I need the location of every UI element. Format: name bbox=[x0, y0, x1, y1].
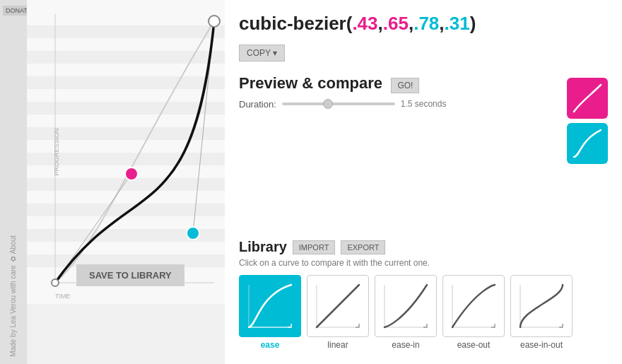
library-title: Library bbox=[239, 239, 287, 255]
graph-area: TIME PROGRESSION bbox=[27, 0, 225, 304]
formula-v2: .65 bbox=[383, 13, 409, 34]
svg-point-5 bbox=[187, 227, 199, 240]
curve-thumb-linear bbox=[307, 275, 369, 337]
sidebar: DONATE Made by Lea Verou with care ✿ Abo… bbox=[0, 0, 27, 364]
copy-button[interactable]: COPY ▾ bbox=[239, 45, 285, 61]
preview-section: Preview & compare GO! Duration: 1.5 seco… bbox=[239, 74, 608, 110]
sidebar-credit: Made by Lea Verou with care ✿ About bbox=[8, 235, 18, 357]
svg-point-4 bbox=[125, 168, 138, 180]
curve-card-ease-out[interactable]: ease-out bbox=[442, 275, 505, 350]
curve-label-ease: ease bbox=[261, 340, 280, 350]
preview-thumb-pink bbox=[567, 78, 608, 119]
duration-row: Duration: 1.5 seconds bbox=[239, 99, 608, 110]
curve-label-linear: linear bbox=[327, 340, 348, 350]
svg-line-13 bbox=[317, 285, 359, 327]
library-section: Library IMPORT EXPORT Click on a curve t… bbox=[239, 239, 608, 350]
curve-label-ease-in-out: ease-in-out bbox=[520, 340, 563, 350]
curve-label-ease-in: ease-in bbox=[392, 340, 419, 350]
svg-point-6 bbox=[52, 279, 59, 286]
svg-point-7 bbox=[209, 16, 220, 27]
curve-thumb-ease-out bbox=[442, 275, 505, 337]
curve-thumb-ease-in bbox=[375, 275, 437, 337]
go-button[interactable]: GO! bbox=[391, 78, 419, 93]
duration-label: Duration: bbox=[239, 99, 276, 110]
import-button[interactable]: IMPORT bbox=[293, 240, 336, 254]
formula-title: cubic-bezier(.43,.65,.78,.31) bbox=[239, 13, 608, 35]
curve-card-linear[interactable]: linear bbox=[307, 275, 369, 350]
curve-card-ease-in-out[interactable]: ease-in-out bbox=[510, 275, 573, 350]
axis-progression-label: PROGRESSION bbox=[53, 128, 60, 175]
library-hint: Click on a curve to compare it with the … bbox=[239, 258, 608, 268]
library-header: Library IMPORT EXPORT bbox=[239, 239, 608, 255]
library-curves: ease linear bbox=[239, 275, 608, 350]
right-panel: cubic-bezier(.43,.65,.78,.31) COPY ▾ Pre… bbox=[225, 0, 622, 364]
formula-v4: .31 bbox=[445, 13, 470, 34]
curve-card-ease-in[interactable]: ease-in bbox=[375, 275, 437, 350]
duration-value: 1.5 seconds bbox=[401, 99, 447, 109]
curve-thumb-ease bbox=[239, 275, 301, 337]
formula-v1: .43 bbox=[352, 13, 377, 34]
preview-title: Preview & compare bbox=[239, 74, 382, 92]
curve-thumb-ease-in-out bbox=[510, 275, 573, 337]
curve-card-ease[interactable]: ease bbox=[239, 275, 301, 350]
preview-thumb-teal bbox=[567, 123, 608, 164]
formula-v3: .78 bbox=[413, 13, 439, 34]
axis-time-label: TIME bbox=[55, 293, 71, 300]
duration-slider[interactable] bbox=[282, 102, 395, 105]
export-button[interactable]: EXPORT bbox=[341, 240, 385, 254]
curve-label-ease-out: ease-out bbox=[457, 340, 491, 350]
save-to-library-button[interactable]: SAVE TO LIBRARY bbox=[76, 264, 184, 286]
preview-thumbnails bbox=[567, 78, 608, 164]
